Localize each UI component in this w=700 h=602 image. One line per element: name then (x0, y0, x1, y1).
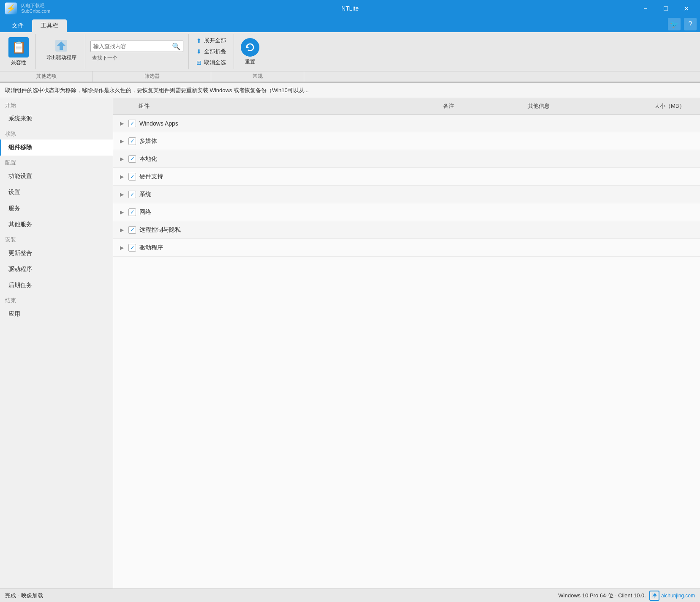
uncheck-all-label: 取消全选 (204, 59, 226, 66)
twitter-icon[interactable]: 🐦 (668, 18, 681, 30)
table-row[interactable]: ▶ ✓ 系统 (113, 186, 700, 203)
component-name-remote: 远程控制与隐私 (139, 226, 181, 234)
component-name-windows-apps: Windows Apps (139, 120, 178, 127)
maximize-button[interactable]: □ (656, 2, 675, 15)
label-general: 常规 (211, 71, 304, 82)
checkbox-network[interactable]: ✓ (128, 208, 136, 216)
info-system (523, 191, 649, 198)
toolbar-reset-section: 重置 (234, 34, 266, 69)
compat-label: 兼容性 (11, 59, 26, 66)
search-input[interactable] (93, 43, 172, 49)
info-multimedia (523, 138, 649, 145)
expand-all-label: 展开全部 (204, 37, 226, 44)
table-row[interactable]: ▶ ✓ Windows Apps (113, 115, 700, 132)
label-filter: 筛选器 (93, 71, 211, 82)
search-box: 🔍 (90, 41, 183, 52)
table-row[interactable]: ▶ ✓ 网络 (113, 203, 700, 221)
watermark: 闪电下载吧 SubCnbc.com (21, 3, 50, 14)
menu-tab-toolbar[interactable]: 工具栏 (32, 19, 67, 32)
checkbox-windows-apps[interactable]: ✓ (128, 120, 136, 127)
close-button[interactable]: ✕ (676, 2, 696, 15)
sidebar-item-post-tasks[interactable]: 后期任务 (0, 277, 113, 293)
collapse-all-button[interactable]: ⬇ 全部折叠 (194, 47, 229, 57)
collapse-all-icon: ⬇ (196, 48, 202, 55)
component-name-localization: 本地化 (139, 155, 157, 163)
table-row[interactable]: ▶ ✓ 硬件支持 (113, 168, 700, 186)
component-name-network: 网络 (139, 208, 151, 216)
expand-arrow-icon[interactable]: ▶ (118, 227, 125, 233)
component-cell-hardware: ▶ ✓ 硬件支持 (113, 170, 438, 184)
sidebar-item-apply[interactable]: 应用 (0, 306, 113, 322)
col-size: 大小（MB） (649, 101, 700, 112)
minimize-button[interactable]: － (636, 2, 655, 15)
sidebar: 开始 系统来源 移除 组件移除 配置 功能设置 设置 服务 其他服务 安装 更新… (0, 98, 113, 588)
aichunjing-text: aichunjing.com (661, 593, 695, 599)
expand-arrow-icon[interactable]: ▶ (118, 245, 125, 251)
size-localization (649, 156, 700, 162)
expand-arrow-icon[interactable]: ▶ (118, 209, 125, 215)
menu-bar-right: 🐦 ? (668, 18, 697, 32)
export-driver-button[interactable]: 导出驱动程序 (43, 36, 80, 63)
compat-icon: 📋 (8, 37, 29, 57)
size-drivers (649, 244, 700, 251)
expand-all-button[interactable]: ⬆ 展开全部 (194, 36, 229, 46)
title-bar: ⚡ 闪电下载吧 SubCnbc.com NTLite － □ ✕ (0, 0, 700, 17)
expand-arrow-icon[interactable]: ▶ (118, 156, 125, 162)
notice-bar: 取消组件的选中状态即为移除，移除操作是永久性的，要恢复某组件则需要重新安装 Wi… (0, 83, 700, 98)
help-icon[interactable]: ? (684, 18, 697, 30)
checkbox-drivers[interactable]: ✓ (128, 244, 136, 252)
component-name-system: 系统 (139, 191, 151, 198)
toolbar-export-section: 导出驱动程序 (36, 34, 85, 69)
expand-all-icon: ⬆ (196, 37, 202, 44)
table-row[interactable]: ▶ ✓ 多媒体 (113, 132, 700, 150)
col-component: 组件 (113, 101, 438, 112)
sidebar-item-settings[interactable]: 设置 (0, 184, 113, 200)
notes-system (438, 191, 523, 198)
sidebar-item-services[interactable]: 服务 (0, 200, 113, 216)
menu-tab-file[interactable]: 文件 (3, 19, 32, 32)
expand-arrow-icon[interactable]: ▶ (118, 174, 125, 180)
table-row[interactable]: ▶ ✓ 远程控制与隐私 (113, 221, 700, 239)
notes-drivers (438, 244, 523, 251)
notes-hardware (438, 173, 523, 180)
expand-arrow-icon[interactable]: ▶ (118, 120, 125, 126)
app-title: NTLite (341, 5, 359, 12)
sidebar-item-source[interactable]: 系统来源 (0, 111, 113, 127)
component-name-drivers: 驱动程序 (139, 244, 163, 252)
sidebar-category-remove: 移除 (0, 127, 113, 140)
sidebar-item-drivers[interactable]: 驱动程序 (0, 261, 113, 277)
checkbox-system[interactable]: ✓ (128, 191, 136, 198)
info-network (523, 209, 649, 216)
checkbox-hardware[interactable]: ✓ (128, 173, 136, 181)
table-header: 组件 备注 其他信息 大小（MB） (113, 98, 700, 115)
size-system (649, 191, 700, 198)
checkbox-remote[interactable]: ✓ (128, 226, 136, 234)
table-row[interactable]: ▶ ✓ 本地化 (113, 150, 700, 168)
sidebar-item-update-integration[interactable]: 更新整合 (0, 245, 113, 261)
notes-multimedia (438, 138, 523, 145)
uncheck-all-button[interactable]: ⊞ 取消全选 (194, 57, 229, 68)
checkbox-localization[interactable]: ✓ (128, 155, 136, 163)
reset-button[interactable] (241, 38, 259, 57)
info-hardware (523, 173, 649, 180)
sidebar-item-component-removal[interactable]: 组件移除 (0, 140, 113, 156)
aichunjing-box-icon: 净 (649, 591, 659, 601)
status-os-info: Windows 10 Pro 64-位 - Client 10.0. (558, 592, 646, 599)
toolbar-compat-section: 📋 兼容性 (3, 34, 36, 69)
collapse-all-label: 全部折叠 (204, 48, 226, 55)
expand-arrow-icon[interactable]: ▶ (118, 138, 125, 144)
size-hardware (649, 173, 700, 180)
table-row[interactable]: ▶ ✓ 驱动程序 (113, 239, 700, 257)
sidebar-item-feature-settings[interactable]: 功能设置 (0, 168, 113, 184)
status-bar: 完成 - 映像加载 Windows 10 Pro 64-位 - Client 1… (0, 588, 700, 602)
find-next-button[interactable]: 查找下一个 (90, 54, 183, 63)
checkbox-multimedia[interactable]: ✓ (128, 137, 136, 145)
toolbar-actions-section: ⬆ 展开全部 ⬇ 全部折叠 ⊞ 取消全选 (189, 34, 234, 69)
component-cell-localization: ▶ ✓ 本地化 (113, 152, 438, 166)
sidebar-item-other-services[interactable]: 其他服务 (0, 216, 113, 233)
toolbar-search-section: 🔍 查找下一个 (85, 34, 189, 69)
expand-arrow-icon[interactable]: ▶ (118, 192, 125, 197)
search-icon[interactable]: 🔍 (172, 42, 180, 50)
info-localization (523, 156, 649, 162)
export-driver-label: 导出驱动程序 (46, 54, 76, 61)
